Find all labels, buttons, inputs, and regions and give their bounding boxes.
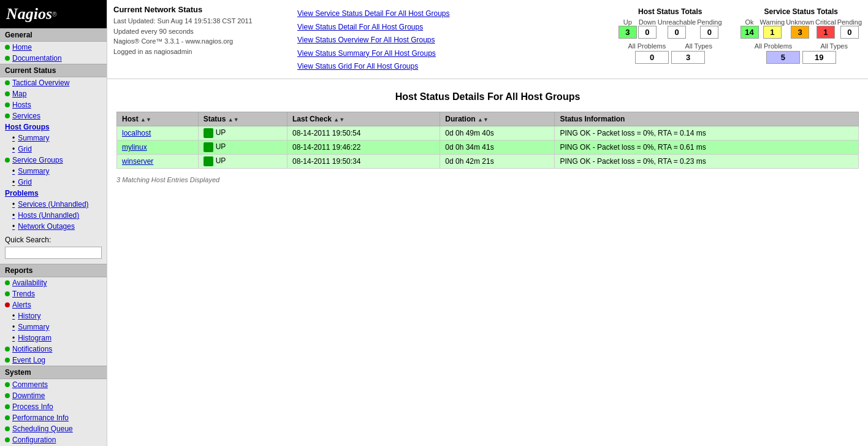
svc-warning-val[interactable]: 1	[763, 26, 782, 39]
quick-search-input[interactable]	[5, 247, 102, 259]
host-pending-val[interactable]: 0	[700, 26, 718, 39]
host-totals-grid: Up 3 Down 0 Unreachable 0 Pending 0	[619, 18, 722, 39]
nav-problems[interactable]: Problems	[0, 188, 107, 199]
nav-configuration[interactable]: Configuration	[0, 434, 107, 445]
nav-map[interactable]: Map	[0, 88, 107, 99]
nav-service-groups[interactable]: Service Groups	[0, 155, 107, 166]
host-unreachable-val[interactable]: 0	[668, 26, 686, 39]
host-up-col: Up 3	[619, 18, 637, 39]
nav-downtime[interactable]: Downtime	[0, 390, 107, 401]
host-up-val[interactable]: 3	[619, 26, 637, 39]
nav-services[interactable]: Services	[0, 110, 107, 121]
host-down-val[interactable]: 0	[638, 26, 657, 39]
nav-alerts-summary[interactable]: Summary	[0, 321, 107, 333]
nav-alerts-history[interactable]: History	[0, 310, 107, 321]
cell-last-check: 08-14-2011 19:46:22	[287, 140, 440, 154]
content-area: Host Status Details For All Host Groups …	[107, 79, 868, 190]
svc-all-types-val[interactable]: 19	[802, 51, 836, 64]
nav-home[interactable]: Home	[0, 42, 107, 53]
logged-in: Logged in as nagiosadmin	[113, 47, 297, 57]
nav-performance-info[interactable]: Performance Info	[0, 412, 107, 423]
status-host-icon[interactable]	[204, 142, 213, 152]
cell-status: UP	[198, 140, 287, 154]
col-header-status[interactable]: Status ▲▼	[198, 112, 287, 126]
link-status-summary[interactable]: View Status Summary For All Host Groups	[297, 47, 619, 61]
matching-entries-text: 3 Matching Host Entries Displayed	[116, 176, 859, 183]
cell-host: winserver	[117, 154, 199, 168]
nav-problems-services[interactable]: Services (Unhandled)	[0, 199, 107, 210]
host-all-problems-val[interactable]: 0	[635, 51, 669, 64]
cell-duration: 0d 0h 42m 21s	[440, 154, 555, 168]
nav-notifications[interactable]: Notifications	[0, 344, 107, 355]
service-totals-grid: Ok 14 Warning 1 Unknown 3 Critical 1	[740, 18, 862, 39]
nav-process-info[interactable]: Process Info	[0, 401, 107, 412]
last-check-sort-icon[interactable]: ▲▼	[333, 117, 345, 123]
status-sort-icon[interactable]: ▲▼	[228, 117, 239, 123]
cell-host: mylinux	[117, 140, 199, 154]
status-host-icon[interactable]	[204, 156, 213, 166]
logo-text: Nagios	[6, 5, 52, 23]
nav-sg-grid[interactable]: Grid	[0, 177, 107, 188]
nav-availability[interactable]: Availability	[0, 277, 107, 288]
nav-hosts[interactable]: Hosts	[0, 99, 107, 110]
col-header-duration[interactable]: Duration ▲▼	[440, 112, 555, 126]
nav-alerts-histogram[interactable]: Histogram	[0, 333, 107, 344]
link-status-grid[interactable]: View Status Grid For All Host Groups	[297, 60, 619, 74]
host-sort-icon[interactable]: ▲▼	[140, 117, 151, 123]
host-link[interactable]: localhost	[122, 129, 151, 137]
nav-trends[interactable]: Trends	[0, 288, 107, 299]
host-link[interactable]: mylinux	[122, 143, 147, 152]
nav-problems-hosts[interactable]: Hosts (Unhandled)	[0, 210, 107, 221]
nav-event-log[interactable]: Event Log	[0, 355, 107, 366]
cell-status-info: PING OK - Packet loss = 0%, RTA = 0.61 m…	[555, 140, 859, 154]
status-host-icon[interactable]	[204, 128, 213, 138]
svc-unknown-val[interactable]: 3	[791, 26, 809, 39]
trends-dot	[5, 291, 10, 296]
nav-problems-network[interactable]: Network Outages	[0, 221, 107, 232]
link-status-overview[interactable]: View Status Overview For All Host Groups	[297, 34, 619, 47]
version-info: Nagios® Core™ 3.3.1 - www.nagios.org	[113, 36, 297, 47]
host-link[interactable]: winserver	[122, 157, 153, 166]
host-unreachable-col: Unreachable 0	[658, 18, 696, 39]
host-status-table: Host ▲▼ Status ▲▼ Last Check ▲▼ Duration…	[116, 112, 859, 169]
cell-last-check: 08-14-2011 19:50:34	[287, 154, 440, 168]
eventlog-dot	[5, 358, 10, 363]
alerts-dot	[5, 302, 10, 307]
nav-documentation[interactable]: Documentation	[0, 53, 107, 64]
update-interval: Updated every 90 seconds	[113, 26, 297, 37]
services-dot	[5, 113, 10, 118]
svc-pending-val[interactable]: 0	[840, 26, 859, 39]
nav-tactical-overview[interactable]: Tactical Overview	[0, 77, 107, 88]
svc-unknown-col: Unknown 3	[786, 18, 814, 39]
nav-host-groups[interactable]: Host Groups	[0, 121, 107, 133]
nav-hg-grid[interactable]: Grid	[0, 144, 107, 155]
map-dot	[5, 91, 10, 96]
section-system: System	[0, 366, 107, 379]
link-status-detail[interactable]: View Status Detail For All Host Groups	[297, 21, 619, 34]
col-header-last-check[interactable]: Last Check ▲▼	[287, 112, 440, 126]
cell-status: UP	[198, 126, 287, 140]
svc-ok-val[interactable]: 14	[740, 26, 759, 39]
svc-ok-col: Ok 14	[740, 18, 759, 39]
nav-hg-summary[interactable]: Summary	[0, 133, 107, 144]
current-status-title: Current Network Status	[113, 5, 297, 14]
duration-sort-icon[interactable]: ▲▼	[478, 117, 489, 123]
col-header-host[interactable]: Host ▲▼	[117, 112, 199, 126]
nav-comments[interactable]: Comments	[0, 379, 107, 390]
nav-sg-summary[interactable]: Summary	[0, 166, 107, 177]
cell-duration: 0d 0h 49m 40s	[440, 126, 555, 140]
nav-scheduling-queue[interactable]: Scheduling Queue	[0, 423, 107, 434]
cell-status-info: PING OK - Packet loss = 0%, RTA = 0.23 m…	[555, 154, 859, 168]
perf-dot	[5, 415, 10, 420]
svc-critical-val[interactable]: 1	[817, 26, 835, 39]
host-all-types-val[interactable]: 3	[671, 51, 705, 64]
nav-alerts[interactable]: Alerts	[0, 299, 107, 310]
table-row: winserverUP08-14-2011 19:50:340d 0h 42m …	[117, 154, 859, 168]
last-updated: Last Updated: Sun Aug 14 19:51:38 CST 20…	[113, 16, 297, 26]
link-service-status-detail[interactable]: View Service Status Detail For All Host …	[297, 7, 619, 21]
svc-all-problems-val[interactable]: 5	[766, 51, 800, 64]
quick-search-label: Quick Search:	[0, 232, 107, 245]
totals-area: Host Status Totals Up 3 Down 0 Unreachab…	[619, 5, 862, 64]
network-status-info: Current Network Status Last Updated: Sun…	[113, 5, 297, 56]
cell-status-info: PING OK - Packet loss = 0%, RTA = 0.14 m…	[555, 126, 859, 140]
